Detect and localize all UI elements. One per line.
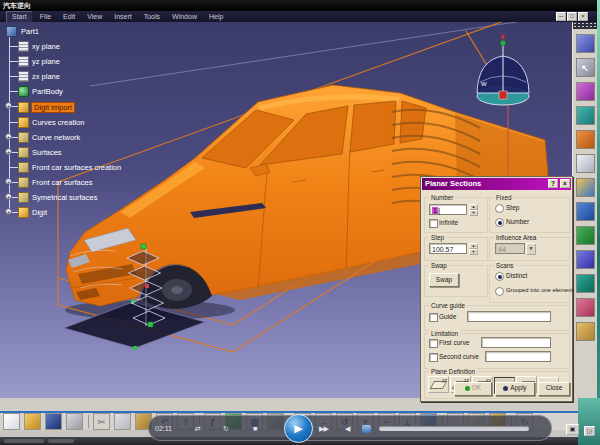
dialog-close-button[interactable]: ×: [560, 179, 570, 188]
sketch-tracer-icon[interactable]: [576, 34, 595, 53]
infinite-checkbox[interactable]: [429, 219, 438, 228]
tree-item-curve-network[interactable]: +Curve network: [2, 130, 192, 145]
tree-item-digit-import[interactable]: +Digit import: [2, 99, 192, 114]
align-icon[interactable]: [576, 274, 595, 293]
tree-item-label: Part1: [21, 27, 39, 36]
menu-insert[interactable]: Insert: [109, 12, 137, 22]
maximize-button[interactable]: □: [567, 12, 577, 21]
second-curve-checkbox[interactable]: [429, 353, 438, 362]
second-curve-label: Second curve: [439, 353, 479, 360]
cut-icon[interactable]: ✂: [93, 413, 110, 430]
step-spinner[interactable]: ▲▼: [469, 243, 478, 255]
plane-compass[interactable]: W: [477, 35, 529, 105]
tree-item-label: Digit: [32, 208, 47, 217]
tree-branch-line: [9, 167, 18, 168]
surface-network-icon[interactable]: [576, 250, 595, 269]
fullscreen-button[interactable]: ▣: [566, 424, 579, 435]
expand-icon[interactable]: +: [5, 148, 12, 155]
pad-icon[interactable]: [576, 130, 595, 149]
tree-item-partbody[interactable]: PartBody: [2, 84, 192, 99]
stop-icon[interactable]: ■: [253, 425, 257, 432]
menu-bar: StartFileEditViewInsertToolsWindowHelp: [0, 11, 597, 22]
number-spinner[interactable]: ▲▼: [469, 204, 478, 216]
tree-item-label: xy plane: [32, 42, 60, 51]
tree-item-surfaces[interactable]: +Surfaces: [2, 145, 192, 160]
repeat-icon[interactable]: ↻: [223, 425, 229, 433]
scans-group: Scans Distinct Grouped into one element: [489, 265, 570, 303]
window-title: 汽车逆向: [3, 1, 31, 11]
expand-icon[interactable]: +: [5, 193, 12, 200]
power-fit-icon[interactable]: [576, 226, 595, 245]
dialog-help-button[interactable]: ?: [548, 179, 558, 188]
step-radio[interactable]: [495, 204, 504, 213]
curve-from-scan-icon[interactable]: [576, 178, 595, 197]
tree-item-digit[interactable]: +Digit: [2, 205, 192, 220]
select-cursor-icon[interactable]: ↖: [576, 58, 595, 77]
second-curve-input[interactable]: [485, 351, 551, 362]
close-button[interactable]: ×: [578, 12, 588, 21]
number-radio-label: Number: [506, 218, 529, 225]
menu-edit[interactable]: Edit: [58, 12, 80, 22]
expand-icon[interactable]: +: [5, 208, 12, 215]
ok-button[interactable]: OK: [454, 382, 492, 396]
guide-input[interactable]: [467, 311, 551, 322]
next-track-icon[interactable]: ▶▶: [319, 425, 328, 433]
guide-checkbox[interactable]: [429, 313, 438, 322]
copy-icon[interactable]: [114, 413, 131, 430]
activate-icon[interactable]: [576, 106, 595, 125]
resize-corner-button[interactable]: ◲: [584, 426, 595, 436]
swap-button[interactable]: Swap: [429, 273, 459, 287]
curve-projection-icon[interactable]: [576, 298, 595, 317]
apply-button[interactable]: Apply: [495, 382, 535, 396]
step-input[interactable]: 100.57: [429, 243, 467, 254]
first-curve-checkbox[interactable]: [429, 339, 438, 348]
menu-start[interactable]: Start: [6, 11, 33, 23]
tree-item-zx-plane[interactable]: zx plane: [2, 69, 192, 84]
influence-area-dropdown[interactable]: ▼: [526, 243, 536, 255]
menu-file[interactable]: File: [35, 12, 56, 22]
toolbar-grip[interactable]: [573, 22, 597, 29]
save-icon[interactable]: [45, 413, 62, 430]
tree-item-label: yz plane: [32, 57, 60, 66]
tree-item-front-car-surfaces-creation[interactable]: Front car surfaces creation: [2, 160, 192, 175]
sphere-icon[interactable]: [576, 202, 595, 221]
tree-item-xy-plane[interactable]: xy plane: [2, 39, 192, 54]
expand-icon[interactable]: +: [5, 133, 12, 140]
number-radio[interactable]: [495, 218, 504, 227]
cloud-import-icon[interactable]: [576, 154, 595, 173]
print-icon[interactable]: [66, 413, 83, 430]
tree-item-yz-plane[interactable]: yz plane: [2, 54, 192, 69]
new-document-icon[interactable]: [3, 413, 20, 430]
menu-tools[interactable]: Tools: [139, 12, 165, 22]
first-curve-input[interactable]: [481, 337, 551, 348]
volume-down-icon[interactable]: ◀: [345, 425, 350, 433]
minimize-button[interactable]: ─: [556, 12, 566, 21]
tree-item-curves-creation[interactable]: Curves creation: [2, 115, 192, 130]
seek-slider[interactable]: [379, 426, 529, 431]
open-folder-icon[interactable]: [24, 413, 41, 430]
shell-icon[interactable]: [576, 322, 595, 341]
plane-yz-button[interactable]: yz: [428, 376, 449, 393]
specification-tree: Part1xy planeyz planezx planePartBody+Di…: [2, 24, 192, 220]
menu-help[interactable]: Help: [204, 12, 228, 22]
distinct-label: Distinct: [506, 272, 527, 279]
digitized-shape-editor-icon[interactable]: [576, 82, 595, 101]
distinct-radio[interactable]: [495, 272, 504, 281]
first-curve-label: First curve: [439, 339, 469, 346]
desktop-bottom-corner: [578, 398, 600, 445]
expand-icon[interactable]: +: [5, 102, 12, 109]
tree-item-symetrical-surfaces[interactable]: +Symetrical surfaces: [2, 190, 192, 205]
grouped-radio[interactable]: [495, 287, 504, 296]
plane-handle-bottom[interactable]: [133, 346, 137, 350]
close-dialog-button[interactable]: Close: [538, 382, 570, 396]
number-input[interactable]: 1|: [429, 204, 467, 215]
tree-item-front-car-surfaces[interactable]: +Front car surfaces: [2, 175, 192, 190]
shuffle-icon[interactable]: ⇄: [195, 425, 201, 433]
play-button[interactable]: ▶: [284, 414, 313, 443]
menu-window[interactable]: Window: [167, 12, 202, 22]
speaker-icon[interactable]: [362, 425, 371, 433]
tree-item-part1[interactable]: Part1: [2, 24, 192, 39]
expand-icon[interactable]: +: [5, 178, 12, 185]
menu-view[interactable]: View: [82, 12, 107, 22]
tree-item-label: Digit import: [32, 103, 74, 112]
